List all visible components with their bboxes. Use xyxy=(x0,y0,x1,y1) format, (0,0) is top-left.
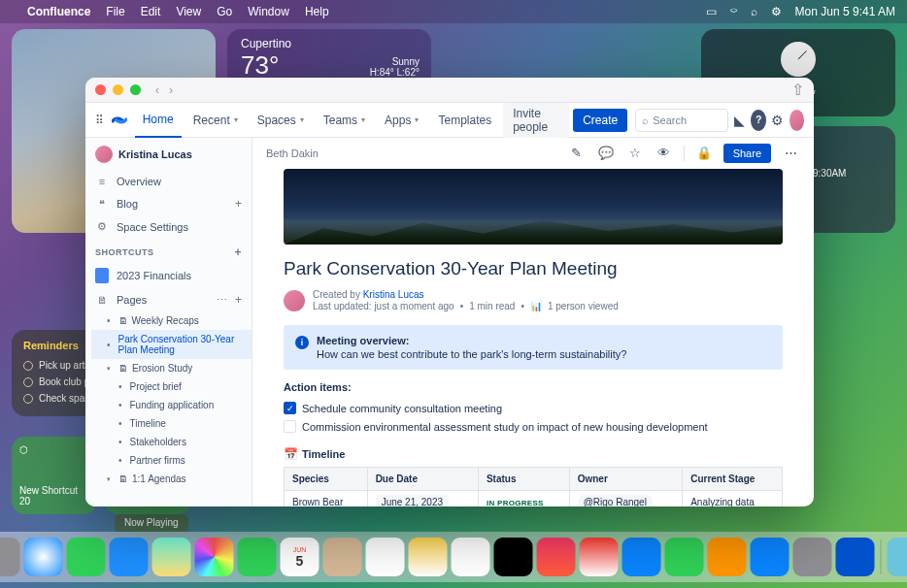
share-button[interactable]: Share xyxy=(723,144,771,163)
dock-photos-icon[interactable] xyxy=(195,538,234,576)
dock-notes-icon[interactable] xyxy=(409,538,448,576)
app-menu[interactable]: Confluence xyxy=(27,5,90,18)
table-row: Brown Bear June 21, 2023 IN PROGRESS @Ri… xyxy=(285,491,783,507)
author-link[interactable]: Kristina Lucas xyxy=(363,289,424,300)
dock-news-icon[interactable] xyxy=(580,538,619,576)
dock-music-icon[interactable] xyxy=(537,538,576,576)
page-title: Park Conservation 30-Year Plan Meeting xyxy=(284,258,783,279)
create-button[interactable]: Create xyxy=(573,109,627,132)
space-header[interactable]: Kristina Lucas xyxy=(85,138,252,171)
share-icon[interactable]: ⇧ xyxy=(791,81,804,99)
page-weekly-recaps[interactable]: 🗎Weekly Recaps xyxy=(91,311,252,330)
page-project-brief[interactable]: Project brief xyxy=(91,377,252,396)
sidebar-pages-section[interactable]: 🗎Pages ⋯ + xyxy=(85,288,252,311)
dock-appstore-icon[interactable] xyxy=(751,538,789,576)
wifi-icon[interactable]: ⌔ xyxy=(730,5,737,18)
now-playing-widget[interactable]: Now Playing xyxy=(115,514,188,534)
search-icon[interactable]: ⌕ xyxy=(751,5,757,18)
dock-pages-icon[interactable] xyxy=(708,538,747,576)
google-doc-icon xyxy=(95,268,109,283)
forward-button[interactable]: › xyxy=(169,83,173,97)
control-center-icon[interactable]: ⚙ xyxy=(771,5,782,18)
shortcut-card[interactable]: ⬡New Shortcut 20 xyxy=(12,437,97,514)
sidebar-overview[interactable]: ≡Overview xyxy=(85,171,252,192)
notifications-icon[interactable]: ◣ xyxy=(732,110,748,131)
close-window-button[interactable] xyxy=(95,84,106,95)
action-item[interactable]: Commission environmental assessment stud… xyxy=(284,417,783,436)
page-stakeholders[interactable]: Stakeholders xyxy=(91,433,252,451)
confluence-logo-icon[interactable] xyxy=(112,112,127,129)
page-funding-application[interactable]: Funding application xyxy=(91,396,252,414)
page-partner-firms[interactable]: Partner firms xyxy=(91,451,252,470)
star-icon[interactable]: ☆ xyxy=(625,144,645,163)
dock-reminders-icon[interactable] xyxy=(366,538,405,576)
dock-downloads-icon[interactable] xyxy=(888,538,908,576)
sidebar-space-settings[interactable]: ⚙Space Settings xyxy=(85,215,252,238)
page-erosion-study[interactable]: 🗎Erosion Study xyxy=(91,359,252,377)
settings-icon[interactable]: ⚙ xyxy=(770,110,786,131)
search-icon: ⌕ xyxy=(642,114,649,126)
sidebar-blog[interactable]: ❝Blog+ xyxy=(85,192,252,215)
dock-messages-icon[interactable] xyxy=(67,538,106,576)
dock-calendar-icon[interactable]: JUN5 xyxy=(281,538,319,576)
search-input[interactable]: ⌕ Search xyxy=(635,109,728,132)
action-item[interactable]: ✓ Schedule community consultation meetin… xyxy=(284,399,783,417)
nav-apps[interactable]: Apps xyxy=(377,110,426,131)
page-timeline[interactable]: Timeline xyxy=(91,414,252,433)
nav-templates[interactable]: Templates xyxy=(430,110,499,131)
help-icon[interactable]: ? xyxy=(751,110,766,131)
sidebar-shortcuts-section: SHORTCUTS + xyxy=(85,238,252,263)
dock-facetime-icon[interactable] xyxy=(238,538,277,576)
shortcut-2023-financials[interactable]: 2023 Financials xyxy=(85,263,252,288)
more-actions-icon[interactable]: ⋯ xyxy=(781,144,800,163)
nav-recent[interactable]: Recent xyxy=(185,110,246,131)
file-menu[interactable]: File xyxy=(106,5,124,18)
watch-icon[interactable]: 👁 xyxy=(655,144,674,163)
dock-maps-icon[interactable] xyxy=(152,538,191,576)
checkbox-checked-icon[interactable]: ✓ xyxy=(284,402,296,414)
page-byline: Created by Kristina Lucas Last updated: … xyxy=(284,289,783,311)
th-due-date: Due Date xyxy=(367,468,478,491)
battery-icon[interactable]: ▭ xyxy=(706,5,717,18)
go-menu[interactable]: Go xyxy=(217,5,232,18)
add-page-button[interactable]: + xyxy=(235,293,242,307)
window-menu[interactable]: Window xyxy=(248,5,289,18)
view-menu[interactable]: View xyxy=(176,5,201,18)
checkbox-unchecked-icon[interactable] xyxy=(284,420,296,433)
timeline-table: Species Due Date Status Owner Current St… xyxy=(284,467,783,506)
user-mention[interactable]: @Rigo Rangel xyxy=(578,495,653,506)
restrictions-icon[interactable]: 🔒 xyxy=(694,144,714,163)
dock-confluence-icon[interactable] xyxy=(836,538,875,576)
help-menu[interactable]: Help xyxy=(305,5,329,18)
minimize-window-button[interactable] xyxy=(113,84,123,95)
datetime[interactable]: Mon Jun 5 9:41 AM xyxy=(795,5,895,18)
dock-launchpad-icon[interactable] xyxy=(0,538,20,576)
back-button[interactable]: ‹ xyxy=(155,83,159,97)
date-lozenge[interactable]: June 21, 2023 xyxy=(376,495,449,506)
maximize-window-button[interactable] xyxy=(130,84,141,95)
author-avatar-icon[interactable] xyxy=(284,290,305,311)
nav-teams[interactable]: Teams xyxy=(316,110,373,131)
add-shortcut-button[interactable]: + xyxy=(234,245,242,259)
dock-keynote-icon[interactable] xyxy=(622,538,661,576)
invite-people-button[interactable]: Invite people xyxy=(503,103,569,138)
profile-avatar[interactable] xyxy=(789,110,805,131)
weather-cond: Sunny H:84° L:62° xyxy=(370,56,420,78)
dock-numbers-icon[interactable] xyxy=(665,538,704,576)
nav-spaces[interactable]: Spaces xyxy=(250,110,312,131)
page-park-conservation[interactable]: Park Conservation 30-Year Plan Meeting xyxy=(91,330,252,359)
comment-icon[interactable]: 💬 xyxy=(596,144,616,163)
dock-contacts-icon[interactable] xyxy=(323,538,362,576)
app-switcher-icon[interactable]: ⠿ xyxy=(95,112,108,129)
page-11-agendas[interactable]: 🗎1:1 Agendas xyxy=(91,470,252,488)
dock-settings-icon[interactable] xyxy=(793,538,832,576)
window-titlebar: ‹ › ⇧ xyxy=(85,78,814,103)
dock-tv-icon[interactable] xyxy=(494,538,533,576)
dock-freeform-icon[interactable] xyxy=(452,538,490,576)
breadcrumb[interactable]: Beth Dakin xyxy=(266,147,319,159)
dock-mail-icon[interactable] xyxy=(110,538,149,576)
edit-icon[interactable]: ✎ xyxy=(567,144,587,163)
dock-safari-icon[interactable] xyxy=(24,538,63,576)
nav-home[interactable]: Home xyxy=(135,103,182,138)
edit-menu[interactable]: Edit xyxy=(141,5,161,18)
